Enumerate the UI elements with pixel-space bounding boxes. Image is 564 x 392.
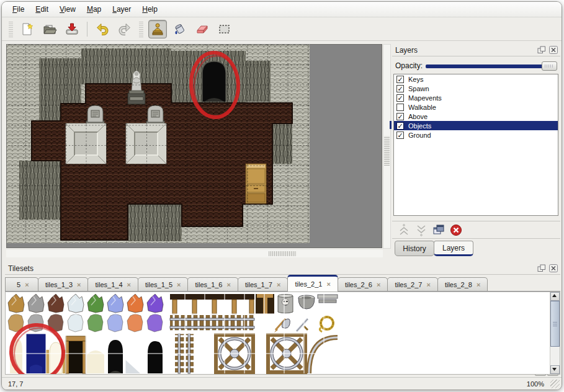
redo-button[interactable]: [115, 20, 134, 38]
layer-checkbox-spawn[interactable]: ✓: [396, 85, 404, 92]
tileset-scroll-thumb[interactable]: [550, 301, 560, 347]
save-file-icon: [65, 22, 79, 37]
tileset-tab-tiles_2_1[interactable]: tiles_2_1×: [287, 275, 338, 292]
layer-checkbox-objects[interactable]: ✓: [396, 122, 404, 130]
menu-help[interactable]: Help: [137, 2, 163, 16]
layer-row-objects[interactable]: ✓Objects: [394, 121, 558, 130]
menu-view[interactable]: View: [54, 2, 81, 16]
eraser-tool-button[interactable]: [193, 20, 212, 38]
open-file-button[interactable]: [40, 20, 59, 38]
layer-checkbox-ground[interactable]: ✓: [396, 131, 404, 139]
tileset-tab-tiles_1_7[interactable]: tiles_1_7×: [238, 277, 288, 291]
tab-close-icon[interactable]: ×: [127, 281, 131, 288]
tileset-wood-tiles[interactable]: [170, 294, 274, 314]
close-panel-button[interactable]: [548, 264, 558, 273]
tileset-tab-label: tiles_1_6: [195, 281, 222, 288]
layer-row-spawn[interactable]: ✓Spawn: [394, 84, 558, 93]
undo-button[interactable]: [93, 20, 112, 38]
scroll-up-button[interactable]: [550, 292, 560, 301]
layer-row-keys[interactable]: ✓Keys: [394, 74, 558, 84]
tileset-tab-label: tiles_2_7: [395, 281, 422, 288]
tileset-tab-tiles_1_6[interactable]: tiles_1_6×: [187, 277, 238, 291]
fill-tool-button[interactable]: [171, 20, 189, 38]
delete-layer-button[interactable]: [447, 222, 465, 238]
layer-checkbox-walkable[interactable]: [396, 104, 404, 111]
toolbar-grip[interactable]: [9, 21, 13, 37]
layer-checkbox-keys[interactable]: ✓: [396, 76, 404, 83]
dock-tab-history[interactable]: History: [395, 241, 434, 256]
duplicate-layer-button[interactable]: [430, 222, 447, 238]
tileset-content[interactable]: [5, 292, 560, 375]
float-icon: [537, 264, 546, 272]
layer-row-mapevents[interactable]: ✓Mapevents: [394, 93, 558, 102]
move-layer-down-button[interactable]: [413, 222, 430, 238]
menu-edit[interactable]: Edit: [30, 2, 54, 16]
move-layer-up-button[interactable]: [395, 222, 413, 238]
stamp-tool-button[interactable]: [148, 20, 167, 38]
arrow-down-icon: [552, 367, 557, 372]
curved-track-tile[interactable]: [309, 337, 338, 373]
resize-grip[interactable]: [550, 380, 560, 388]
opacity-slider-track[interactable]: [426, 65, 556, 68]
pot-tile[interactable]: [298, 295, 315, 309]
track-tiles-horizontal[interactable]: [170, 315, 254, 331]
layer-row-above[interactable]: ✓Above: [394, 112, 558, 121]
map-horizontal-scrollbar[interactable]: [6, 250, 383, 257]
tab-close-icon[interactable]: ×: [77, 281, 81, 288]
splitter-handle[interactable]: [390, 121, 392, 129]
map-canvas[interactable]: [6, 44, 382, 248]
toolbar-grip[interactable]: [139, 21, 143, 37]
float-panel-button[interactable]: [537, 264, 546, 273]
tab-close-icon[interactable]: ×: [227, 281, 231, 288]
opacity-slider-handle[interactable]: [542, 61, 557, 71]
tab-close-icon[interactable]: ×: [177, 281, 181, 288]
map-vertical-scroll-thumb[interactable]: [384, 136, 390, 166]
tileset-tab-tiles_1_4[interactable]: tiles_1_4×: [87, 277, 138, 291]
skull-pillar-tile[interactable]: [278, 295, 293, 314]
tileset-tab-tiles_2_7[interactable]: tiles_2_7×: [387, 277, 437, 291]
dock-tab-layers[interactable]: Layers: [434, 241, 473, 256]
tab-close-icon[interactable]: ×: [326, 280, 330, 288]
close-panel-button[interactable]: [548, 46, 558, 55]
close-icon: [549, 264, 558, 272]
tab-close-icon[interactable]: ×: [426, 281, 430, 288]
menu-file[interactable]: File: [7, 2, 30, 16]
tab-close-icon[interactable]: ×: [277, 281, 280, 288]
tileset-vertical-scrollbar[interactable]: [550, 292, 560, 374]
menu-layer[interactable]: Layer: [107, 2, 137, 16]
tileset-tab-5[interactable]: 5×: [5, 277, 38, 291]
layer-label: Mapevents: [408, 94, 442, 102]
map-vertical-scrollbar[interactable]: [383, 44, 391, 249]
save-file-button[interactable]: [63, 20, 81, 38]
cursor-position: 17, 7: [2, 380, 527, 388]
layer-checkbox-mapevents[interactable]: ✓: [396, 94, 404, 102]
tileset-tiles[interactable]: [6, 293, 540, 374]
layer-row-ground[interactable]: ✓Ground: [394, 130, 558, 140]
shovel-tile[interactable]: [274, 319, 290, 332]
ledge-tile[interactable]: [318, 295, 338, 303]
close-icon: [549, 46, 558, 54]
rope-tile[interactable]: [320, 317, 333, 332]
tileset-tab-tiles_1_3[interactable]: tiles_1_3×: [38, 277, 88, 291]
tileset-tab-tiles_1_5[interactable]: tiles_1_5×: [138, 277, 188, 291]
tab-close-icon[interactable]: ×: [377, 281, 380, 288]
tab-close-icon[interactable]: ×: [477, 281, 480, 288]
tileset-tab-tiles_2_6[interactable]: tiles_2_6×: [338, 277, 388, 291]
tileset-tab-tiles_2_8[interactable]: tiles_2_8×: [437, 277, 488, 291]
tab-close-icon[interactable]: ×: [25, 281, 29, 288]
layer-checkbox-above[interactable]: ✓: [396, 113, 404, 120]
scroll-down-button[interactable]: [550, 365, 560, 374]
map-horizontal-scroll-thumb[interactable]: [269, 251, 297, 256]
menu-map[interactable]: Map: [81, 2, 107, 16]
move-layer-down-icon: [414, 223, 428, 237]
new-file-button[interactable]: [18, 20, 37, 38]
sword-tile[interactable]: [297, 319, 308, 331]
layer-row-walkable[interactable]: Walkable: [394, 102, 558, 112]
select-tool-button[interactable]: [215, 20, 234, 38]
layer-label: Ground: [408, 131, 431, 139]
dock-tab-label: Layers: [442, 244, 465, 252]
opacity-slider[interactable]: [426, 61, 557, 71]
map-scene[interactable]: [7, 45, 383, 249]
fill-tool-icon: [172, 22, 187, 37]
float-panel-button[interactable]: [537, 46, 546, 55]
